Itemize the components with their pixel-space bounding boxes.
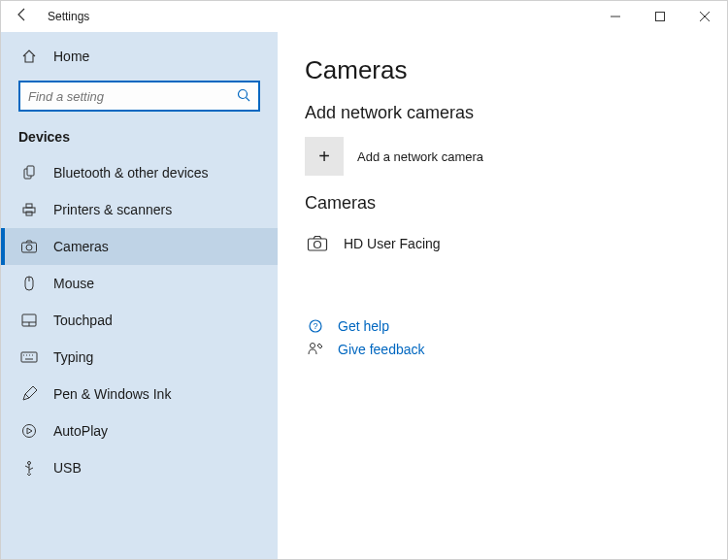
svg-rect-18 bbox=[21, 352, 37, 362]
sidebar-item-label: AutoPlay bbox=[40, 423, 108, 439]
close-button[interactable] bbox=[682, 1, 727, 32]
sidebar-item-usb[interactable]: USB bbox=[1, 449, 278, 486]
bluetooth-icon bbox=[18, 165, 40, 181]
svg-text:?: ? bbox=[313, 321, 317, 331]
sidebar-item-label: Typing bbox=[40, 349, 93, 365]
sidebar-item-printers[interactable]: Printers & scanners bbox=[1, 191, 278, 228]
back-button[interactable] bbox=[1, 7, 44, 26]
svg-line-5 bbox=[247, 98, 250, 102]
sidebar-item-label: Mouse bbox=[40, 276, 94, 291]
svg-point-4 bbox=[239, 90, 248, 99]
usb-icon bbox=[18, 460, 40, 476]
sidebar-item-label: Touchpad bbox=[40, 313, 113, 328]
camera-icon bbox=[18, 239, 40, 254]
add-section-title: Add network cameras bbox=[305, 103, 700, 123]
help-links: ? Get help Give feedback bbox=[305, 314, 700, 361]
cameras-section-title: Cameras bbox=[305, 193, 700, 214]
sidebar-item-touchpad[interactable]: Touchpad bbox=[1, 302, 278, 339]
svg-point-31 bbox=[311, 344, 315, 348]
svg-rect-9 bbox=[26, 204, 32, 208]
plus-icon: + bbox=[305, 137, 344, 176]
main-panel: Cameras Add network cameras + Add a netw… bbox=[278, 32, 727, 559]
add-network-camera-button[interactable]: + Add a network camera bbox=[305, 137, 700, 176]
window-controls bbox=[593, 1, 727, 32]
svg-point-28 bbox=[314, 242, 321, 248]
window-title: Settings bbox=[44, 10, 89, 23]
home-icon bbox=[18, 49, 40, 64]
sidebar-group-header: Devices bbox=[1, 121, 278, 154]
sidebar-item-label: Printers & scanners bbox=[40, 202, 172, 217]
titlebar: Settings bbox=[1, 1, 727, 32]
maximize-button[interactable] bbox=[638, 1, 682, 32]
sidebar-item-pen[interactable]: Pen & Windows Ink bbox=[1, 376, 278, 412]
help-icon: ? bbox=[305, 318, 326, 334]
mouse-icon bbox=[18, 276, 40, 291]
add-button-label: Add a network camera bbox=[357, 149, 483, 164]
autoplay-icon bbox=[18, 423, 40, 439]
sidebar-item-mouse[interactable]: Mouse bbox=[1, 265, 278, 302]
content: Home Devices Bluetooth & other devices P… bbox=[1, 32, 727, 559]
sidebar-item-label: USB bbox=[40, 460, 82, 476]
feedback-icon bbox=[305, 342, 326, 357]
search-container bbox=[1, 75, 278, 121]
touchpad-icon bbox=[18, 313, 40, 327]
sidebar: Home Devices Bluetooth & other devices P… bbox=[1, 32, 278, 559]
svg-point-12 bbox=[26, 245, 32, 250]
svg-rect-27 bbox=[309, 239, 327, 250]
search-icon bbox=[237, 88, 250, 105]
minimize-button[interactable] bbox=[593, 1, 638, 32]
svg-rect-7 bbox=[27, 166, 34, 176]
sidebar-item-cameras[interactable]: Cameras bbox=[1, 228, 278, 265]
sidebar-item-label: Cameras bbox=[40, 239, 109, 254]
svg-point-24 bbox=[23, 425, 36, 438]
sidebar-item-label: Pen & Windows Ink bbox=[40, 386, 171, 402]
keyboard-icon bbox=[18, 351, 40, 363]
sidebar-item-typing[interactable]: Typing bbox=[1, 339, 278, 376]
page-title: Cameras bbox=[305, 55, 700, 85]
sidebar-item-autoplay[interactable]: AutoPlay bbox=[1, 412, 278, 449]
help-label: Get help bbox=[326, 318, 389, 334]
printer-icon bbox=[18, 202, 40, 217]
sidebar-item-bluetooth[interactable]: Bluetooth & other devices bbox=[1, 154, 278, 191]
feedback-label: Give feedback bbox=[326, 342, 425, 357]
camera-name: HD User Facing bbox=[330, 236, 441, 251]
pen-icon bbox=[18, 386, 40, 402]
camera-list-item[interactable]: HD User Facing bbox=[305, 227, 700, 260]
search-input[interactable] bbox=[18, 81, 260, 112]
get-help-link[interactable]: ? Get help bbox=[305, 314, 700, 338]
sidebar-item-label: Bluetooth & other devices bbox=[40, 165, 209, 181]
svg-rect-1 bbox=[656, 13, 665, 21]
sidebar-home[interactable]: Home bbox=[1, 38, 278, 75]
give-feedback-link[interactable]: Give feedback bbox=[305, 338, 700, 361]
sidebar-home-label: Home bbox=[40, 49, 89, 64]
camera-icon bbox=[305, 235, 330, 252]
